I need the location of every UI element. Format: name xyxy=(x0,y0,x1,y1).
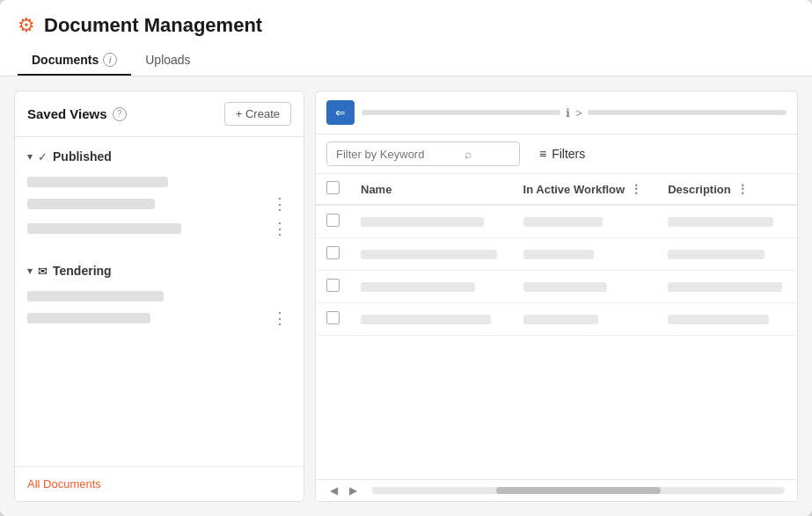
tab-bar: Documents i Uploads xyxy=(18,46,794,76)
item-context-menu[interactable]: ⋮ xyxy=(268,221,291,236)
cell-skeleton xyxy=(361,282,475,292)
section-published-header[interactable]: ▾ ✓ Published xyxy=(15,144,304,169)
toolbar-info-icon[interactable]: ℹ xyxy=(566,106,570,120)
section-tendering-items: ⋮ xyxy=(15,283,304,334)
cell-skeleton xyxy=(361,315,491,324)
left-panel-body: ▾ ✓ Published ⋮ xyxy=(15,137,304,466)
col-menu-icon[interactable]: ⋮ xyxy=(736,182,749,196)
list-item: ⋮ xyxy=(27,306,291,331)
th-checkbox xyxy=(316,174,350,205)
saved-views-title: Saved Views xyxy=(27,106,107,121)
tab-info-icon: i xyxy=(103,53,117,67)
chevron-down-icon: ▾ xyxy=(27,265,33,277)
back-arrow-icon: ⇐ xyxy=(335,105,346,120)
item-context-menu[interactable]: ⋮ xyxy=(268,196,291,212)
horizontal-scrollbar[interactable] xyxy=(369,487,788,494)
left-panel: Saved Views ? + Create ▾ ✓ Published xyxy=(14,91,304,502)
section-published-items: ⋮ ⋮ xyxy=(15,169,304,244)
left-panel-footer: ➤ All Documents xyxy=(15,466,304,501)
item-context-menu[interactable]: ⋮ xyxy=(268,310,291,326)
back-button[interactable]: ⇐ xyxy=(326,100,355,125)
cell-skeleton xyxy=(668,315,769,324)
tab-documents[interactable]: Documents i xyxy=(18,46,131,76)
progress-track-right xyxy=(588,110,786,115)
cell-skeleton xyxy=(361,217,484,227)
search-icon: ⌕ xyxy=(465,147,472,161)
list-item: ⋮ xyxy=(27,192,291,216)
filter-bar: ⌕ ≡ Filters xyxy=(316,134,797,174)
item-skeleton xyxy=(27,291,164,302)
all-documents-link[interactable]: ➤ All Documents xyxy=(27,477,291,491)
cell-skeleton xyxy=(523,217,603,227)
scroll-left-arrow[interactable]: ◀ xyxy=(325,483,342,498)
tab-uploads[interactable]: Uploads xyxy=(131,46,204,76)
cell-skeleton xyxy=(668,250,764,259)
table-row xyxy=(316,271,797,303)
section-tendering-label: Tendering xyxy=(53,264,112,278)
gear-icon: ⚙ xyxy=(18,14,35,37)
scrollbar-thumb xyxy=(496,487,662,494)
app-window: ⚙ Document Management Documents i Upload… xyxy=(0,0,812,516)
scroll-right-arrow[interactable]: ▶ xyxy=(344,483,362,498)
th-name: Name xyxy=(350,174,513,205)
app-header: ⚙ Document Management Documents i Upload… xyxy=(0,0,812,76)
check-icon: ✓ xyxy=(38,150,48,164)
table-container: Name In Active Workflow ⋮ xyxy=(316,174,797,479)
col-menu-icon[interactable]: ⋮ xyxy=(630,182,642,196)
chevron-down-icon: ▾ xyxy=(27,150,33,163)
create-button[interactable]: + Create xyxy=(224,102,291,126)
section-tendering-header[interactable]: ▾ ✉ Tendering xyxy=(15,258,304,283)
list-item xyxy=(27,172,291,192)
th-workflow: In Active Workflow ⋮ xyxy=(513,174,658,205)
section-published: ▾ ✓ Published ⋮ xyxy=(15,144,304,244)
filters-button[interactable]: ≡ Filters xyxy=(529,142,596,165)
scrollbar-track xyxy=(372,487,785,494)
row-checkbox[interactable] xyxy=(326,246,340,259)
cell-skeleton xyxy=(668,282,782,292)
search-box: ⌕ xyxy=(326,142,520,166)
main-content: Saved Views ? + Create ▾ ✓ Published xyxy=(0,76,812,516)
table-row xyxy=(316,238,797,271)
cell-skeleton xyxy=(523,250,594,259)
right-panel: ⇐ ℹ > ⌕ xyxy=(315,91,798,502)
row-checkbox[interactable] xyxy=(326,279,340,292)
documents-table: Name In Active Workflow ⋮ xyxy=(316,174,797,336)
saved-views-info-icon[interactable]: ? xyxy=(113,107,127,121)
cell-skeleton xyxy=(361,250,497,259)
chevron-right-icon[interactable]: > xyxy=(575,106,582,120)
left-panel-header: Saved Views ? + Create xyxy=(15,91,304,137)
scroll-left-section: ◀ ▶ xyxy=(325,483,362,498)
row-checkbox[interactable] xyxy=(326,311,340,324)
scroll-bar-row: ◀ ▶ xyxy=(316,479,797,501)
table-row xyxy=(316,205,797,238)
header-title-row: ⚙ Document Management xyxy=(18,14,794,37)
cell-skeleton xyxy=(523,282,607,292)
table-header-row: Name In Active Workflow ⋮ xyxy=(316,174,797,205)
cell-skeleton xyxy=(523,315,598,324)
search-input[interactable] xyxy=(336,148,459,161)
page-title: Document Management xyxy=(44,14,262,37)
row-checkbox[interactable] xyxy=(326,214,340,227)
cell-skeleton xyxy=(668,217,773,227)
progress-bar-container: ℹ > xyxy=(362,106,786,120)
item-skeleton xyxy=(27,199,155,209)
item-skeleton xyxy=(27,223,181,234)
section-tendering: ▾ ✉ Tendering ⋮ xyxy=(15,258,304,334)
table-row xyxy=(316,303,797,336)
item-skeleton xyxy=(27,313,150,323)
right-panel-toolbar: ⇐ ℹ > xyxy=(316,91,797,134)
list-item: ⋮ xyxy=(27,216,291,241)
list-item xyxy=(27,287,291,306)
filter-icon: ≡ xyxy=(539,147,546,161)
header-checkbox[interactable] xyxy=(326,181,340,194)
left-panel-header-left: Saved Views ? xyxy=(27,106,127,121)
envelope-icon: ✉ xyxy=(38,265,48,278)
progress-track-left xyxy=(362,110,560,115)
section-published-label: Published xyxy=(53,149,112,164)
item-skeleton xyxy=(27,177,168,187)
th-description: Description ⋮ xyxy=(657,174,797,205)
